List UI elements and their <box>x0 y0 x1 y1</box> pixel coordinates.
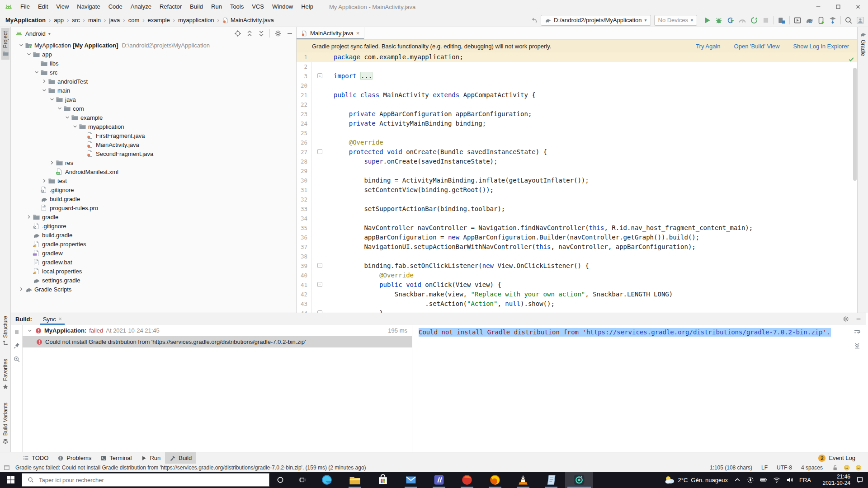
fold-minus-icon[interactable]: − <box>317 149 322 154</box>
taskbar-app-store[interactable] <box>369 472 397 488</box>
banner-action-show-log-in-explorer[interactable]: Show Log in Explorer <box>793 43 849 50</box>
code-line[interactable]: 24 private ActivityMainBinding binding; <box>297 119 857 128</box>
tree-item-firstfragment-java[interactable]: FirstFragment.java <box>11 131 296 140</box>
taskbar-app-mail[interactable] <box>397 472 425 488</box>
code-line[interactable]: 25 <box>297 128 857 138</box>
event-log-widget[interactable]: 2 Event Log <box>818 455 868 462</box>
smile-icon[interactable] <box>844 465 850 471</box>
chevron-down-icon[interactable] <box>33 70 40 75</box>
device-select[interactable]: No Devices ▾ <box>654 15 698 26</box>
expand-all-button[interactable] <box>246 30 253 37</box>
code-line[interactable]: 35 NavController navController = Navigat… <box>297 223 857 233</box>
maximize-button[interactable] <box>828 0 848 14</box>
chevron-up-icon[interactable] <box>734 476 741 483</box>
banner-action-open-build-view[interactable]: Open 'Build' View <box>734 43 780 50</box>
breadcrumb-item[interactable]: MainActivity.java <box>222 17 275 23</box>
tree-item-proguard-rules-pro[interactable]: proguard-rules.pro <box>11 203 296 212</box>
taskbar-app-app-red[interactable] <box>453 472 481 488</box>
stripe-tab-gradle[interactable]: Gradle <box>859 28 867 59</box>
chevron-down-icon[interactable] <box>27 328 33 333</box>
fold-minus-icon[interactable]: − <box>317 282 322 287</box>
breadcrumb-item[interactable]: java <box>108 17 121 23</box>
tree-item-gradle-properties[interactable]: gradle.properties <box>11 239 296 249</box>
line-separator[interactable]: LF <box>761 465 768 471</box>
code-line[interactable]: 34 <box>297 214 857 223</box>
caret-position[interactable]: 1:105 (108 chars) <box>710 465 752 471</box>
code-line[interactable]: 32 <box>297 195 857 204</box>
code-line[interactable]: 20 <box>297 81 857 90</box>
chevron-down-icon[interactable] <box>48 97 56 102</box>
run-box-button[interactable] <box>793 16 802 24</box>
locate-button[interactable] <box>234 30 241 37</box>
taskbar-app-firefox[interactable] <box>481 472 509 488</box>
scroll-to-end-icon[interactable] <box>854 342 861 349</box>
run-button[interactable] <box>703 16 711 24</box>
editor-scrollbar[interactable] <box>853 68 857 181</box>
code-line[interactable]: 41− public void onClick(View view) { <box>297 280 857 290</box>
code-line[interactable]: 36 appBarConfiguration = new AppBarConfi… <box>297 233 857 242</box>
keyboard-language[interactable]: FRA <box>799 477 811 483</box>
tree-item-local-properties[interactable]: local.properties <box>11 267 296 276</box>
cortana-button[interactable] <box>269 472 291 488</box>
tree-item-gradlew-bat[interactable]: gradlew.bat <box>11 258 296 267</box>
settings-icon[interactable] <box>843 316 849 322</box>
code-line[interactable]: 26 @Override <box>297 138 857 147</box>
code-line[interactable]: 30 binding = ActivityMainBinding.inflate… <box>297 176 857 185</box>
tree-item-com[interactable]: com <box>11 104 296 113</box>
chevron-down-icon[interactable] <box>56 106 63 111</box>
code-line[interactable]: 31 setContentView(binding.getRoot()); <box>297 185 857 195</box>
gradle-sync-button[interactable] <box>805 16 813 24</box>
menu-help[interactable]: Help <box>297 0 317 14</box>
tree-item-example[interactable]: example <box>11 113 296 122</box>
weather-widget[interactable]: 2°C Gén. nuageux <box>665 475 728 485</box>
breadcrumb-item[interactable]: com <box>127 17 141 23</box>
breadcrumb-item[interactable]: src <box>71 17 80 23</box>
task-view-button[interactable] <box>291 472 313 488</box>
tree-item-secondfragment-java[interactable]: SecondFragment.java <box>11 149 296 158</box>
close-icon[interactable]: × <box>59 316 62 322</box>
unlock-icon[interactable] <box>832 465 838 471</box>
taskbar-app-file-explorer[interactable] <box>341 472 369 488</box>
status-message[interactable]: Gradle sync failed: Could not install Gr… <box>15 465 366 471</box>
tree-item-src[interactable]: src <box>11 68 296 77</box>
frown-icon[interactable] <box>855 465 862 471</box>
tree-item-myapplication[interactable]: myapplication <box>11 122 296 131</box>
battery-icon[interactable] <box>760 476 767 483</box>
run-configuration-select[interactable]: D:/android2/projets/MyApplication ▾ <box>541 15 651 26</box>
profile-button[interactable] <box>738 16 746 24</box>
menu-code[interactable]: Code <box>104 0 127 14</box>
collapse-all-button[interactable] <box>258 30 265 37</box>
close-button[interactable] <box>848 0 868 14</box>
tree-item-mainactivity-java[interactable]: MainActivity.java <box>11 140 296 149</box>
code-line[interactable]: 33 setSupportActionBar(binding.toolbar); <box>297 204 857 214</box>
search-everywhere-button[interactable] <box>844 16 853 24</box>
breadcrumb-item[interactable]: example <box>147 17 171 23</box>
chevron-right-icon[interactable] <box>48 160 56 165</box>
file-encoding[interactable]: UTF-8 <box>777 465 792 471</box>
menu-edit[interactable]: Edit <box>34 0 52 14</box>
toolwindow-button-terminal[interactable]: Terminal <box>96 452 136 464</box>
search-input[interactable] <box>38 476 239 484</box>
device-manager-button[interactable] <box>817 16 825 24</box>
chevron-right-icon[interactable] <box>17 286 25 292</box>
breadcrumb-item[interactable]: myapplication <box>177 17 215 23</box>
stripe-tab-build-variants[interactable]: Build Variants <box>1 399 9 447</box>
build-error-row[interactable]: Could not install Gradle distribution fr… <box>23 336 412 347</box>
project-view-selector[interactable]: Android ▾ <box>15 30 51 37</box>
code-line[interactable]: 42 Snackbar.make(view, "Replace with you… <box>297 290 857 299</box>
editor-tab[interactable]: MainActivity.java × <box>297 27 364 39</box>
code-line[interactable]: 2 <box>297 62 857 71</box>
indent-setting[interactable]: 4 spaces <box>801 465 823 471</box>
tree-item-gradle-scripts[interactable]: Gradle Scripts <box>11 285 296 294</box>
close-icon[interactable]: × <box>356 30 360 37</box>
chevron-right-icon[interactable] <box>40 178 48 183</box>
code-line[interactable]: 23 private AppBarConfiguration appBarCon… <box>297 109 857 119</box>
start-button[interactable] <box>0 472 22 488</box>
code-line[interactable]: 3+import ... <box>297 71 857 81</box>
tree-item-libs[interactable]: libs <box>11 59 296 68</box>
code-line[interactable]: 28 super.onCreate(savedInstanceState); <box>297 157 857 166</box>
gradle-distribution-link[interactable]: https://services.gradle.org/distribution… <box>586 328 823 336</box>
settings-button[interactable] <box>274 30 282 37</box>
code-line[interactable]: 37 NavigationUI.setupActionBarWithNavCon… <box>297 242 857 252</box>
breadcrumb-item[interactable]: MyApplication <box>5 17 47 23</box>
